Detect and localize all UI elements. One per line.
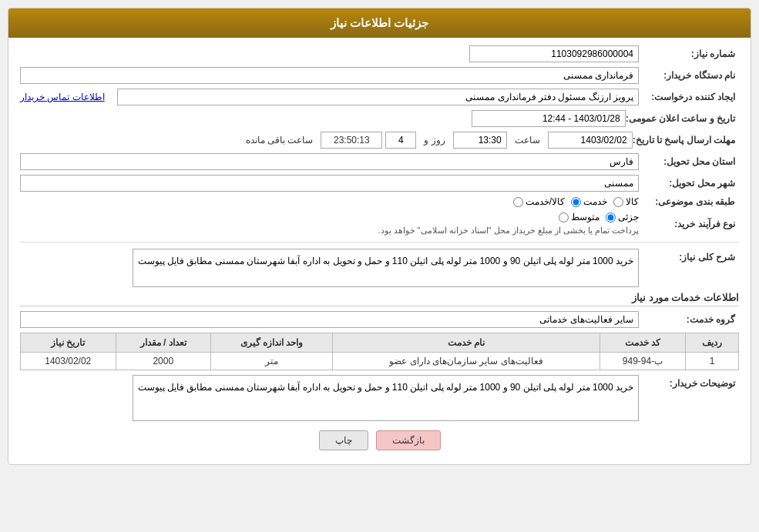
need-desc-box: خرید 1000 متر لوله پلی اتیلن 90 و 1000 م… — [133, 249, 639, 287]
process-option-motavasset[interactable]: متوسط — [559, 212, 599, 223]
col-name: نام خدمت — [333, 333, 600, 353]
time-label: ساعت — [515, 135, 540, 146]
city-label: شهر محل تحویل: — [639, 178, 739, 189]
response-days-input[interactable] — [385, 132, 416, 149]
province-input[interactable] — [20, 153, 639, 170]
buyer-desc-box: خرید 1000 متر لوله پلی اتیلن 90 و 1000 م… — [133, 375, 639, 421]
category-label: طبقه بندی موضوعی: — [639, 196, 739, 207]
response-deadline-row: مهلت ارسال پاسخ تا تاریخ: ساعت روز و 23:… — [20, 132, 739, 149]
city-row: شهر محل تحویل: — [20, 175, 739, 192]
need-number-input[interactable] — [469, 45, 639, 62]
buyer-desc-label: توضیحات خریدار: — [639, 375, 739, 389]
announce-date-label: تاریخ و ساعت اعلان عمومی: — [626, 113, 739, 124]
col-date: تاریخ نیاز — [21, 333, 116, 353]
category-option-both[interactable]: کالا/خدمت — [513, 196, 565, 207]
service-group-label: گروه خدمت: — [639, 314, 739, 325]
process-label: نوع فرآیند خرید: — [639, 219, 739, 229]
process-option-jozii[interactable]: جزئی — [606, 212, 639, 223]
category-radio-group: کالا خدمت کالا/خدمت — [513, 196, 639, 207]
remaining-timer: 23:50:13 — [321, 132, 382, 149]
response-deadline-label: مهلت ارسال پاسخ تا تاریخ: — [633, 135, 739, 146]
category-option-khedmat[interactable]: خدمت — [571, 196, 607, 207]
buyer-org-input[interactable] — [20, 67, 639, 84]
need-desc-label: شرح کلی نیاز: — [639, 249, 739, 263]
category-option-kala[interactable]: کالا — [613, 196, 639, 207]
buyer-org-label: نام دستگاه خریدار: — [639, 70, 739, 81]
buyer-desc-row: توضیحات خریدار: خرید 1000 متر لوله پلی ا… — [20, 375, 739, 421]
print-button[interactable]: چاپ — [319, 430, 368, 450]
need-desc-row: شرح کلی نیاز: خرید 1000 متر لوله پلی اتی… — [20, 249, 739, 287]
creator-label: ایجاد کننده درخواست: — [639, 92, 739, 102]
process-radio-group: جزئی متوسط — [559, 212, 639, 223]
response-time-input[interactable] — [453, 132, 507, 149]
province-row: استان محل تحویل: — [20, 153, 739, 170]
col-qty: تعداد / مقدار — [116, 333, 210, 353]
process-row: نوع فرآیند خرید: جزئی متوسط پرداخت تمام … — [20, 212, 739, 236]
services-section-title: اطلاعات خدمات مورد نیاز — [20, 292, 739, 306]
announce-date-row: تاریخ و ساعت اعلان عمومی: — [20, 110, 739, 127]
creator-input[interactable] — [117, 89, 639, 105]
back-button[interactable]: بازگشت — [376, 430, 441, 450]
cell-code: ب-94-949 — [599, 353, 685, 370]
days-label: روز و — [424, 135, 445, 146]
services-table: ردیف کد خدمت نام خدمت واحد اندازه گیری ت… — [20, 333, 739, 370]
contact-info-link[interactable]: اطلاعات تماس خریدار — [20, 92, 105, 102]
service-group-input[interactable] — [20, 311, 639, 328]
cell-row-num: 1 — [686, 353, 739, 370]
table-row: 1 ب-94-949 فعالیت‌های سایر سازمان‌های دا… — [21, 353, 739, 370]
city-input[interactable] — [20, 175, 639, 192]
cell-qty: 2000 — [116, 353, 210, 370]
creator-row: ایجاد کننده درخواست: اطلاعات تماس خریدار — [20, 89, 739, 105]
service-group-row: گروه خدمت: — [20, 311, 739, 328]
response-date-input[interactable] — [548, 132, 633, 149]
cell-unit: متر — [210, 353, 332, 370]
page-header: جزئیات اطلاعات نیاز — [8, 8, 751, 38]
page-title: جزئیات اطلاعات نیاز — [331, 16, 428, 29]
col-unit: واحد اندازه گیری — [210, 333, 332, 353]
process-note: پرداخت تمام یا بخشی از مبلغ خریداز محل "… — [378, 226, 639, 236]
remaining-label: ساعت باقی مانده — [246, 135, 314, 146]
cell-name: فعالیت‌های سایر سازمان‌های دارای عضو — [333, 353, 600, 370]
cell-date: 1403/02/02 — [21, 353, 116, 370]
need-number-label: شماره نیاز: — [639, 49, 739, 59]
need-number-row: شماره نیاز: — [20, 45, 739, 62]
buyer-org-row: نام دستگاه خریدار: — [20, 67, 739, 84]
col-code: کد خدمت — [599, 333, 685, 353]
category-row: طبقه بندی موضوعی: کالا خدمت کالا/خدمت — [20, 196, 739, 207]
button-row: بازگشت چاپ — [20, 430, 739, 450]
province-label: استان محل تحویل: — [639, 156, 739, 167]
announce-date-input[interactable] — [472, 110, 626, 127]
col-row-num: ردیف — [686, 333, 739, 353]
